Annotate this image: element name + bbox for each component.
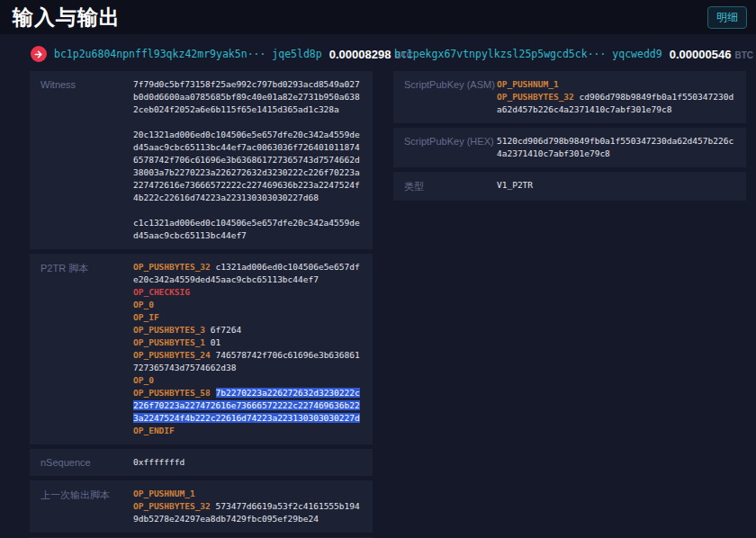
- script-instruction: OP_PUSHNUM_1: [133, 488, 362, 500]
- opcode-op_pushbytes_32: OP_PUSHBYTES_32: [133, 501, 211, 511]
- arrow-right-icon: [34, 49, 44, 59]
- script-instruction: OP_CHECKSIG: [133, 286, 362, 299]
- opcode-op_pushnum_1: OP_PUSHNUM_1: [497, 79, 559, 89]
- script-instruction: OP_0: [133, 299, 362, 311]
- field-row: 类型V1_P2TR: [393, 172, 746, 201]
- script-instruction: OP_PUSHBYTES_1 01: [133, 336, 362, 349]
- field-value: V1_P2TR: [497, 179, 735, 193]
- field-row: 上一次输出脚本OP_PUSHNUM_1OP_PUSHBYTES_32 57347…: [30, 480, 373, 533]
- opcode-op_pushbytes_3: OP_PUSHBYTES_3: [133, 325, 205, 335]
- output-currency-label: BTC: [734, 50, 753, 60]
- hex-block: 20c1321ad006ed0c104506e5e657dfe20c342a45…: [133, 129, 362, 204]
- opcode-op_0: OP_0: [133, 300, 154, 309]
- script-instruction: OP_PUSHNUM_1: [497, 78, 735, 91]
- input-address-link[interactable]: bc1p2u6804npnffl93qkz42mr9yak5n··· jqe5l…: [54, 48, 322, 60]
- opcode-op_if: OP_IF: [133, 312, 159, 322]
- field-value: OP_PUSHNUM_1OP_PUSHBYTES_32 cd906d798b98…: [497, 78, 735, 116]
- opcode-op_checksig: OP_CHECKSIG: [133, 287, 190, 297]
- field-value: OP_PUSHNUM_1OP_PUSHBYTES_32 573477d6619a…: [133, 488, 362, 525]
- field-label: 类型: [404, 179, 497, 193]
- output-address-link[interactable]: bc1pekgx67vtnpylkzsl25p5wgcd5ck··· yqcwe…: [394, 48, 662, 60]
- field-row: P2TR 脚本OP_PUSHBYTES_32 c1321ad006ed0c104…: [30, 254, 373, 444]
- input-arrow-icon[interactable]: [31, 46, 47, 62]
- details-button[interactable]: 明细: [707, 6, 747, 29]
- opcode-op_pushnum_1: OP_PUSHNUM_1: [133, 489, 195, 498]
- input-card-header: bc1p2u6804npnffl93qkz42mr9yak5n··· jqe5l…: [30, 40, 373, 67]
- script-instruction: OP_PUSHBYTES_32 cd906d798b9849fb0a1f5503…: [497, 91, 735, 116]
- hex-data: 01: [211, 337, 220, 347]
- opcode-op_pushbytes_58: OP_PUSHBYTES_58: [133, 388, 211, 398]
- field-label: nSequence: [40, 456, 133, 469]
- field-value: 0xfffffffd: [133, 456, 362, 469]
- output-amount: 0.00000546: [670, 48, 732, 61]
- field-label: ScriptPubKey (ASM): [404, 78, 497, 116]
- script-instruction: OP_PUSHBYTES_3 6f7264: [133, 324, 362, 336]
- output-card-header: bc1pekgx67vtnpylkzsl25p5wgcd5ck··· yqcwe…: [393, 40, 746, 67]
- script-instruction: OP_PUSHBYTES_58 7b2270223a226272632d3230…: [133, 387, 362, 425]
- field-value: 5120cd906d798b9849fb0a1f550347230da62d45…: [497, 135, 735, 160]
- field-value: OP_PUSHBYTES_32 c1321ad006ed0c104506e5e6…: [133, 261, 362, 437]
- input-card: bc1p2u6804npnffl93qkz42mr9yak5n··· jqe5l…: [30, 40, 373, 538]
- opcode-op_endif: OP_ENDIF: [133, 426, 175, 435]
- opcode-op_pushbytes_1: OP_PUSHBYTES_1: [133, 337, 205, 347]
- hex-data: 6f7264: [211, 325, 241, 335]
- opcode-op_pushbytes_32: OP_PUSHBYTES_32: [133, 262, 211, 272]
- script-instruction: OP_PUSHBYTES_32 c1321ad006ed0c104506e5e6…: [133, 261, 362, 286]
- script-instruction: OP_PUSHBYTES_32 573477d6619a53f2c4161555…: [133, 500, 362, 525]
- output-card: bc1pekgx67vtnpylkzsl25p5wgcd5ck··· yqcwe…: [393, 40, 746, 205]
- field-label: ScriptPubKey (HEX): [404, 135, 497, 160]
- script-instruction: OP_0: [133, 374, 362, 387]
- input-amount: 0.00008298: [329, 48, 392, 61]
- hex-block: 7f79d0c5bf73158f25ae992c797bd0293acd8549…: [133, 78, 362, 116]
- page-header: 输入与输出 明细: [0, 0, 756, 34]
- field-row: nSequence0xfffffffd: [30, 449, 373, 476]
- script-instruction: OP_IF: [133, 311, 362, 324]
- opcode-op_0: OP_0: [133, 375, 154, 385]
- field-row: ScriptPubKey (HEX)5120cd906d798b9849fb0a…: [393, 128, 746, 167]
- field-label: Witness: [40, 78, 133, 242]
- hex-block: c1c1321ad006ed0c104506e5e657dfe20c342a45…: [133, 217, 362, 242]
- opcode-op_pushbytes_24: OP_PUSHBYTES_24: [133, 350, 211, 360]
- output-field-rows: ScriptPubKey (ASM)OP_PUSHNUM_1OP_PUSHBYT…: [393, 71, 746, 201]
- inputs-outputs-panel: bc1p2u6804npnffl93qkz42mr9yak5n··· jqe5l…: [0, 34, 756, 538]
- field-value: 7f79d0c5bf73158f25ae992c797bd0293acd8549…: [133, 78, 362, 242]
- output-amount-wrap: 0.00000546 BTC: [670, 48, 753, 61]
- field-label: P2TR 脚本: [40, 261, 133, 437]
- input-field-rows: Witness7f79d0c5bf73158f25ae992c797bd0293…: [30, 71, 373, 538]
- page-title: 输入与输出: [13, 4, 121, 31]
- script-instruction: OP_ENDIF: [133, 425, 362, 437]
- field-row: ScriptPubKey (ASM)OP_PUSHNUM_1OP_PUSHBYT…: [393, 71, 746, 123]
- field-label: 上一次输出脚本: [40, 488, 133, 525]
- field-row: Witness7f79d0c5bf73158f25ae992c797bd0293…: [30, 71, 373, 249]
- script-instruction: OP_PUSHBYTES_24 746578742f706c61696e3b63…: [133, 349, 362, 374]
- opcode-op_pushbytes_32: OP_PUSHBYTES_32: [497, 92, 574, 102]
